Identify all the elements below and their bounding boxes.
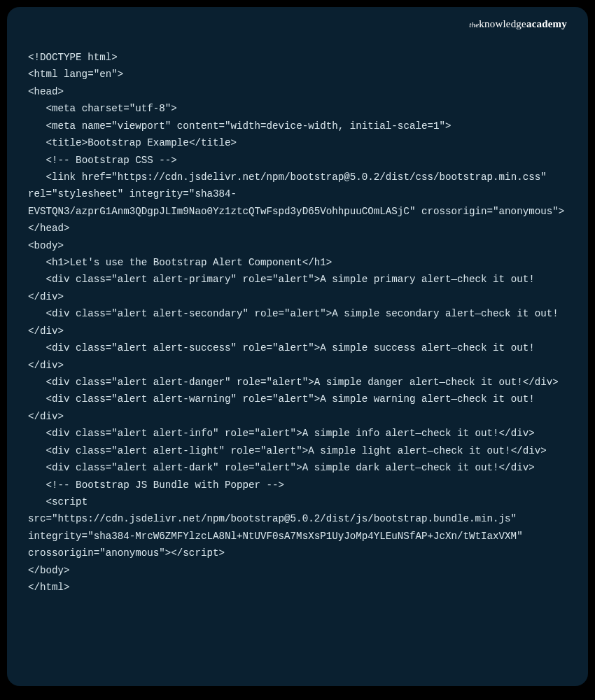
- code-panel: theknowledgeacademy <!DOCTYPE html> <htm…: [7, 7, 588, 686]
- brand-knowledge: knowledge: [479, 18, 526, 29]
- brand-the: the: [469, 20, 479, 29]
- code-block: <!DOCTYPE html> <html lang="en"> <head> …: [28, 49, 567, 596]
- brand-logo: theknowledgeacademy: [469, 18, 567, 30]
- brand-academy: academy: [526, 18, 567, 29]
